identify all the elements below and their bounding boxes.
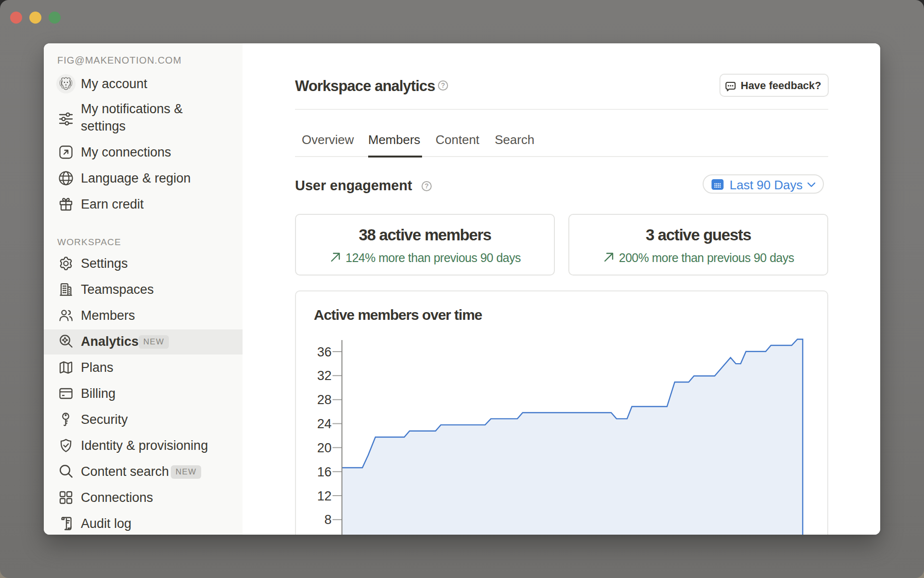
svg-text:32: 32 [317, 368, 332, 383]
svg-text:12: 12 [317, 489, 332, 503]
svg-text:24: 24 [317, 417, 332, 431]
svg-text:16: 16 [317, 465, 332, 479]
svg-text:36: 36 [317, 345, 332, 359]
svg-text:8: 8 [324, 512, 332, 527]
svg-text:28: 28 [317, 393, 332, 407]
svg-text:20: 20 [317, 441, 332, 455]
